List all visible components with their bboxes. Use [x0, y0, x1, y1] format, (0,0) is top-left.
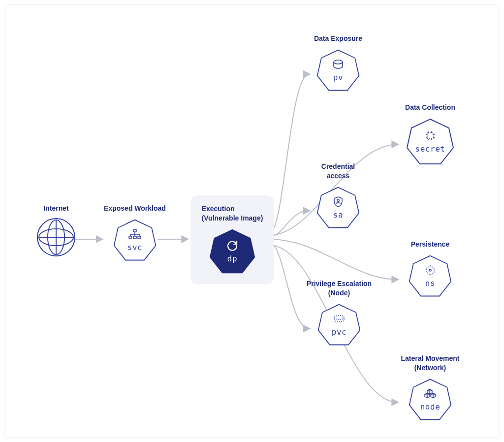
dp-heptagon: dp — [209, 228, 256, 275]
node-data-collection-label: Data Collection — [405, 103, 455, 112]
node-lateral-movement: Lateral Movement (Network) node — [388, 354, 472, 422]
database-icon — [332, 58, 344, 71]
svc-short-label: svc — [127, 243, 142, 252]
node-data-exposure: Data Exposure pv — [304, 34, 373, 93]
secret-short-label: secret — [415, 144, 445, 154]
svg-rect-6 — [129, 236, 132, 239]
node-persistence: Persistence ns — [393, 240, 467, 298]
node-privilege-escalation: Privilege Escalation (Node) pvc — [295, 279, 383, 347]
disk-icon — [333, 313, 346, 325]
globe-icon — [37, 218, 75, 256]
node-persistence-label: Persistence — [411, 240, 450, 249]
ns-heptagon: ns — [408, 254, 452, 298]
svg-point-18 — [429, 269, 431, 271]
svg-point-20 — [334, 316, 344, 319]
ns-short-label: ns — [425, 279, 435, 288]
cubes-icon — [424, 387, 437, 400]
svc-heptagon: svc — [113, 218, 157, 262]
svg-rect-5 — [133, 229, 136, 232]
node-exposed-workload: Exposed Workload svc — [98, 204, 172, 262]
pvc-short-label: pvc — [332, 327, 346, 337]
svg-rect-8 — [138, 236, 141, 239]
node-credential-access-label: Credential access — [321, 162, 355, 181]
hexagon-icon — [425, 264, 436, 277]
dp-short-label: dp — [227, 254, 237, 263]
pvc-heptagon: pvc — [317, 303, 361, 347]
diagram-canvas: Internet Exposed Workload — [4, 4, 500, 438]
svg-marker-17 — [426, 266, 434, 275]
svg-point-11 — [334, 60, 343, 64]
sa-heptagon: sa — [316, 186, 360, 230]
node-heptagon: node — [408, 378, 452, 422]
node-credential-access: Credential access sa — [304, 162, 373, 230]
node-privilege-escalation-label: Privilege Escalation (Node) — [307, 279, 372, 298]
node-exposed-workload-label: Exposed Workload — [104, 204, 166, 213]
node-execution-label: Execution (Vulnerable Image) — [202, 204, 263, 223]
chip-icon — [424, 129, 436, 142]
node-internet-label: Internet — [43, 204, 68, 213]
pv-short-label: pv — [333, 73, 343, 82]
node-execution: Execution (Vulnerable Image) dp — [190, 195, 274, 284]
service-icon — [128, 228, 141, 241]
svg-rect-7 — [133, 236, 136, 239]
shield-user-icon — [333, 195, 344, 208]
pv-heptagon: pv — [316, 48, 360, 93]
node-data-exposure-label: Data Exposure — [314, 34, 362, 43]
secret-heptagon: secret — [406, 117, 455, 166]
refresh-icon — [226, 239, 239, 252]
node-internet: Internet — [29, 204, 83, 256]
node-lateral-movement-label: Lateral Movement (Network) — [401, 354, 459, 373]
svg-rect-13 — [427, 133, 433, 139]
node-data-collection: Data Collection secret — [393, 103, 467, 166]
node-short-label: node — [420, 402, 441, 411]
svg-point-15 — [337, 199, 339, 201]
sa-short-label: sa — [333, 210, 343, 220]
